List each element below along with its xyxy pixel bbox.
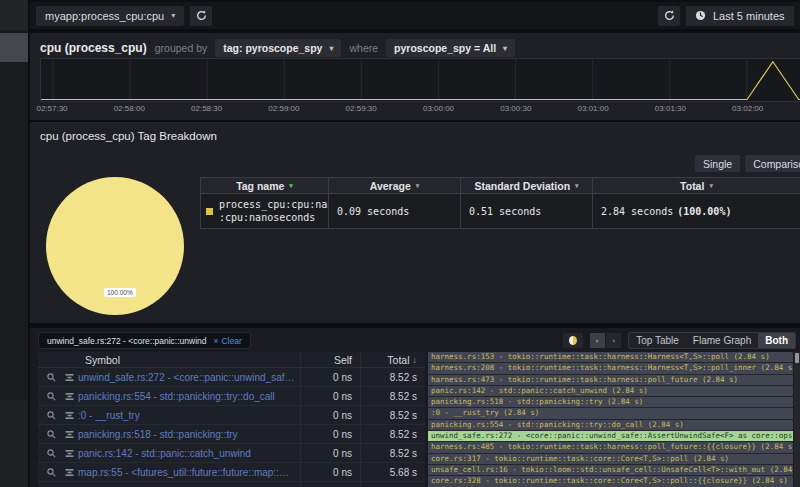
view-mode-top-table-button[interactable]: Top Table (629, 333, 686, 348)
symbol-name-link[interactable]: panicking.rs:554 - std::panicking::try::… (78, 391, 300, 402)
refresh-data-button[interactable] (658, 6, 680, 26)
column-header-self[interactable]: Self (300, 352, 360, 367)
flame-bar[interactable]: panic.rs:142 - std::panic::catch_unwind … (428, 386, 793, 396)
symbol-name-link[interactable]: map.rs:55 - <futures_util::future::futur… (78, 467, 300, 478)
search-symbol-icon[interactable] (42, 392, 60, 401)
symbol-table-row[interactable]: unwind_safe.rs:272 - <core::panic::unwin… (38, 368, 425, 387)
total-value (360, 482, 425, 487)
align-left-button[interactable] (590, 333, 605, 348)
series-legend-swatch (206, 208, 213, 215)
total-value: 8.52 s (360, 425, 425, 443)
time-range-button[interactable]: Last 5 minutes (686, 6, 794, 26)
clear-label: Clear (221, 336, 241, 346)
refresh-apps-button[interactable] (190, 6, 212, 26)
flame-bar[interactable]: core.rs:317 - tokio::runtime::task::core… (428, 454, 793, 464)
self-value: 0 ns (300, 463, 360, 481)
column-label: Standard Deviation (474, 180, 570, 192)
flame-bar[interactable]: harness.rs:153 - tokio::runtime::task::h… (428, 352, 793, 362)
view-mode-both-button[interactable]: Both (758, 333, 795, 348)
symbol-table-row[interactable]: map.rs:55 - <futures_util::future::futur… (38, 463, 425, 482)
self-value: 0 ns (300, 368, 360, 386)
flame-bar[interactable]: panicking.rs:518 - std::panicking::try (… (428, 397, 793, 407)
sandwich-view-icon[interactable] (60, 449, 78, 458)
flame-bar[interactable]: harness.rs:473 - tokio::runtime::task::h… (428, 375, 793, 385)
sandwich-view-icon[interactable] (60, 392, 78, 401)
total-percent: (100.00%) (677, 206, 731, 217)
self-value: 0 ns (300, 387, 360, 405)
sandwich-view-icon[interactable] (60, 468, 78, 477)
breakdown-mode-comparison-button[interactable]: Comparison▾ (745, 155, 800, 172)
time-range-label: Last 5 minutes (713, 10, 785, 22)
sidebar-footer-section (0, 400, 28, 487)
tag-name-cell: process_cpu:cpu:nanoseconds:cpu:nanoseco… (201, 194, 329, 228)
symbols-table-body: unwind_safe.rs:272 - <core::panic::unwin… (38, 368, 425, 487)
sandwich-view-icon[interactable] (60, 411, 78, 420)
sort-desc-icon: ↓ (413, 355, 418, 365)
column-header-total[interactable]: Total▾ (593, 178, 800, 193)
palette-circle-icon (569, 336, 577, 345)
symbol-name-link[interactable]: :0 - __rust_try (78, 410, 300, 421)
clear-search-button[interactable]: × Clear (213, 336, 241, 346)
search-symbol-icon[interactable] (42, 430, 60, 439)
symbol-name-link[interactable]: unwind_safe.rs:272 - <core::panic::unwin… (78, 372, 300, 383)
sort-caret-icon: ▾ (416, 182, 420, 190)
view-mode-flame-graph-button[interactable]: Flame Graph (686, 333, 758, 348)
chevron-down-icon: ▾ (329, 44, 333, 53)
symbols-table-header: Symbol Self Total ↓ (38, 352, 425, 368)
flame-bar[interactable]: harness.rs:208 - tokio::runtime::task::h… (428, 363, 793, 373)
where-filter-dropdown[interactable]: pyroscope_spy = All ▾ (386, 39, 515, 57)
symbol-name-link[interactable]: panicking.rs:518 - std::panicking::try (78, 429, 300, 440)
flame-bar-selected[interactable]: unwind_safe.rs:272 - <core::panic::unwin… (428, 431, 793, 441)
total-value: 8.52 s (360, 444, 425, 462)
group-by-tag-dropdown[interactable]: tag: pyroscope_spy ▾ (215, 39, 341, 57)
symbol-name-link[interactable]: panic.rs:142 - std::panic::catch_unwind (78, 448, 300, 459)
column-header-total[interactable]: Total ↓ (360, 352, 425, 367)
breakdown-mode-single-button[interactable]: Single (695, 155, 740, 172)
symbol-table-row[interactable]: panic.rs:142 - std::panic::catch_unwind0… (38, 444, 425, 463)
symbols-table: Symbol Self Total ↓ unwind_safe.rs:272 -… (38, 352, 425, 487)
flame-bar[interactable]: panicking.rs:554 - std::panicking::try::… (428, 420, 793, 430)
flame-scrollbar[interactable] (794, 352, 800, 487)
column-header-symbol[interactable]: Symbol (38, 354, 300, 366)
search-symbol-icon[interactable] (42, 468, 60, 477)
sidebar-active-item[interactable] (0, 33, 28, 62)
symbol-table-row[interactable]: panicking.rs:518 - std::panicking::try0 … (38, 425, 425, 444)
search-symbol-icon[interactable] (42, 449, 60, 458)
timeline-tick-label: 02:59:00 (268, 104, 299, 113)
timeline-chart[interactable] (40, 58, 800, 102)
timeline-tick-label: 02:58:30 (191, 104, 222, 113)
search-symbol-icon[interactable] (42, 411, 60, 420)
sandwich-view-icon[interactable] (60, 373, 78, 382)
flame-bar[interactable]: harness.rs:485 - tokio::runtime::task::h… (428, 442, 793, 452)
timeline-series (41, 59, 800, 101)
tag-breakdown-row[interactable]: process_cpu:cpu:nanoseconds:cpu:nanoseco… (201, 194, 800, 228)
symbol-table-row[interactable]: :0 - __rust_try0 ns8.52 s (38, 406, 425, 425)
align-right-button[interactable] (606, 333, 621, 348)
flame-align-group (590, 333, 621, 348)
breakdown-table-header: Tag name▾Average▾Standard Deviation▾Tota… (201, 178, 800, 194)
timeline-tick-label: 03:01:30 (655, 104, 686, 113)
topbar-right-group: Last 5 minutes (658, 6, 794, 26)
sandwich-view-icon[interactable] (60, 430, 78, 439)
search-symbol-icon[interactable] (42, 373, 60, 382)
topbar: myapp:process_cpu:cpu ▾ Last 5 minutes (30, 2, 800, 29)
profiler-panel: unwind_safe.rs:272 - <core::panic::unwin… (30, 328, 800, 487)
column-header-tag-name[interactable]: Tag name▾ (201, 178, 329, 193)
symbol-table-row[interactable] (38, 482, 425, 487)
sidebar-logo-area[interactable] (0, 0, 28, 30)
flame-bar[interactable]: core.rs:328 - tokio::runtime::task::core… (428, 476, 793, 486)
flame-bar[interactable]: :0 - __rust_try (2.84 s) (428, 408, 793, 418)
tag-breakdown-table: Tag name▾Average▾Standard Deviation▾Tota… (200, 177, 800, 229)
scrollbar-thumb[interactable] (795, 353, 799, 363)
close-icon: × (213, 336, 218, 346)
flame-bar[interactable]: unsafe_cell.rs:16 - tokio::loom::std::un… (428, 465, 793, 475)
column-header-average[interactable]: Average▾ (329, 178, 461, 193)
symbol-table-row[interactable]: panicking.rs:554 - std::panicking::try::… (38, 387, 425, 406)
pie-slice-label: 100.00% (104, 288, 136, 297)
column-header-standard-deviation[interactable]: Standard Deviation▾ (461, 178, 593, 193)
app-selector-dropdown[interactable]: myapp:process_cpu:cpu ▾ (36, 6, 184, 26)
color-mode-button[interactable] (563, 333, 583, 348)
self-value: 0 ns (300, 444, 360, 462)
breakdown-table-body: process_cpu:cpu:nanoseconds:cpu:nanoseco… (201, 194, 800, 228)
highlight-search-box[interactable]: unwind_safe.rs:272 - <core::panic::unwin… (38, 332, 251, 349)
